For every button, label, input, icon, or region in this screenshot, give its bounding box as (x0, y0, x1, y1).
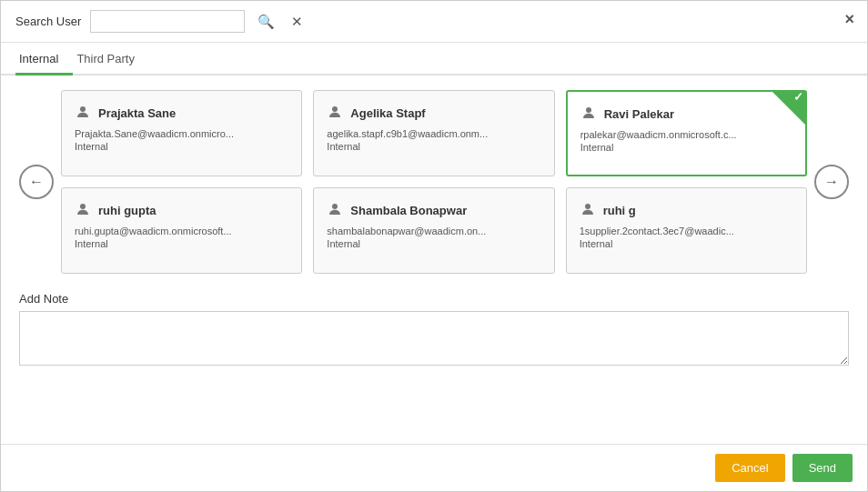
selected-checkmark (772, 92, 805, 125)
user-name: Shambala Bonapwar (350, 204, 467, 217)
user-email: agelika.stapf.c9b1@waadicm.onm... (327, 128, 527, 139)
user-type: Internal (580, 142, 792, 153)
tab-internal[interactable]: Internal (15, 43, 73, 75)
svg-point-4 (332, 204, 338, 209)
next-button[interactable]: → (814, 165, 849, 199)
svg-point-2 (586, 107, 591, 113)
user-card-header: ruhi g (580, 201, 793, 220)
user-email: rpalekar@waadicm.onmicrosoft.c... (580, 129, 781, 140)
person-icon (327, 104, 343, 123)
cancel-button[interactable]: Cancel (715, 454, 784, 482)
clear-search-button[interactable]: ✕ (288, 12, 307, 32)
user-type: Internal (75, 141, 288, 152)
dialog-footer: Cancel Send (1, 444, 867, 491)
user-card-header: Shambala Bonapwar (327, 201, 540, 220)
user-type: Internal (327, 238, 540, 249)
user-name: Prajakta Sane (98, 106, 176, 120)
user-card-header: Ravi Palekar (580, 105, 792, 124)
person-icon (580, 105, 597, 124)
user-card-header: ruhi gupta (75, 201, 288, 220)
search-input[interactable] (90, 10, 245, 33)
tab-third-party[interactable]: Third Party (73, 43, 149, 75)
add-note-textarea[interactable] (19, 311, 849, 366)
person-icon (580, 201, 596, 220)
svg-point-5 (585, 204, 590, 209)
user-type: Internal (75, 238, 288, 249)
tabs: Internal Third Party (1, 43, 867, 75)
user-card-header: Prajakta Sane (75, 104, 288, 123)
user-card[interactable]: ruhi guptaruhi.gupta@waadicm.onmicrosoft… (61, 187, 302, 274)
dialog-header: Search User 🔍 ✕ × (1, 1, 867, 43)
user-card[interactable]: Agelika Stapfagelika.stapf.c9b1@waadicm.… (313, 90, 554, 176)
svg-point-3 (80, 204, 86, 209)
user-email: 1supplier.2contact.3ec7@waadic... (580, 226, 780, 236)
svg-point-1 (332, 106, 338, 112)
user-card[interactable]: ruhi g1supplier.2contact.3ec7@waadic...I… (566, 187, 807, 274)
add-note-label: Add Note (19, 292, 849, 306)
user-card[interactable]: Ravi Palekarrpalekar@waadicm.onmicrosoft… (566, 90, 807, 176)
user-card[interactable]: Prajakta SanePrajakta.Sane@waadicm.onmic… (61, 90, 302, 176)
user-email: ruhi.gupta@waadicm.onmicrosoft... (75, 226, 275, 236)
prev-button[interactable]: ← (19, 165, 54, 199)
dialog: Search User 🔍 ✕ × Internal Third Party ←… (0, 0, 868, 492)
person-icon (75, 201, 91, 220)
user-name: Agelika Stapf (350, 106, 425, 120)
user-name: Ravi Palekar (604, 107, 674, 121)
user-grid: Prajakta SanePrajakta.Sane@waadicm.onmic… (61, 90, 807, 274)
user-name: ruhi g (603, 204, 636, 217)
send-button[interactable]: Send (792, 454, 853, 482)
person-icon (327, 201, 343, 220)
user-type: Internal (327, 141, 540, 152)
user-type: Internal (580, 238, 793, 249)
user-card[interactable]: Shambala Bonapwarshambalabonapwar@waadic… (313, 187, 554, 274)
search-label: Search User (15, 15, 81, 28)
user-grid-wrapper: ← Prajakta SanePrajakta.Sane@waadicm.onm… (19, 90, 849, 274)
search-button[interactable]: 🔍 (254, 12, 278, 32)
user-email: Prajakta.Sane@waadicm.onmicro... (75, 128, 275, 139)
user-email: shambalabonapwar@waadicm.on... (327, 226, 527, 236)
dialog-body: ← Prajakta SanePrajakta.Sane@waadicm.onm… (1, 75, 867, 444)
add-note-section: Add Note (19, 292, 849, 368)
user-card-header: Agelika Stapf (327, 104, 540, 123)
person-icon (75, 104, 91, 123)
svg-point-0 (80, 106, 86, 112)
user-name: ruhi gupta (98, 204, 156, 217)
close-button[interactable]: × (844, 10, 854, 29)
